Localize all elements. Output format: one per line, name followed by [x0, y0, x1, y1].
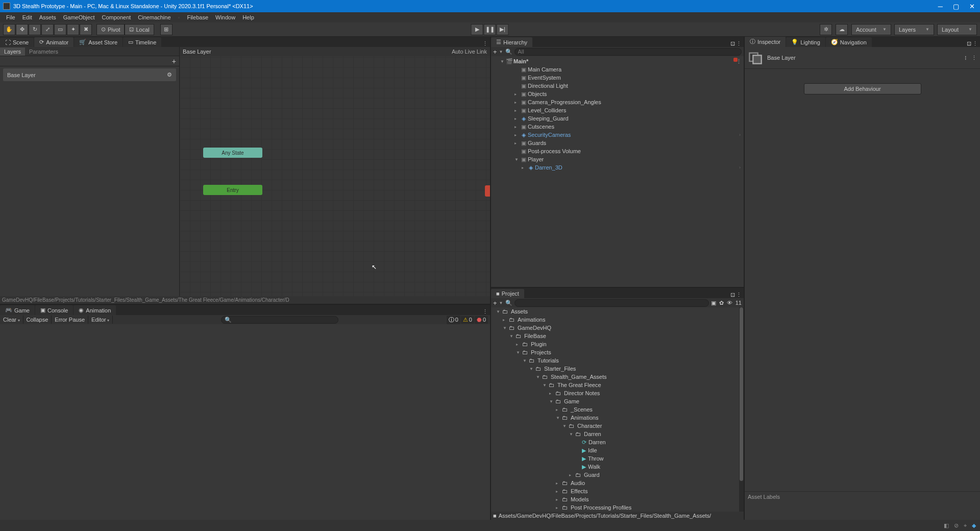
animator-graph[interactable]: Base Layer Auto Live Link Any State Entr…: [180, 47, 490, 296]
add-layer-icon[interactable]: +: [172, 57, 176, 65]
panel-menu-icon[interactable]: ⋮: [482, 308, 488, 315]
account-dropdown[interactable]: Account▼: [851, 24, 891, 35]
tab-animation[interactable]: ◉Animation: [74, 305, 116, 315]
move-tool-icon[interactable]: ✥: [16, 24, 28, 35]
status-icon-3[interactable]: ⌖: [964, 522, 967, 529]
console-search-input[interactable]: [221, 316, 338, 324]
menu-component[interactable]: Component: [99, 13, 134, 21]
tab-timeline[interactable]: ▭Timeline: [123, 37, 161, 47]
hierarchy-item[interactable]: ▣Directional Light: [491, 82, 744, 90]
play-button[interactable]: ▶: [471, 24, 483, 35]
chevron-right-icon[interactable]: ›: [739, 165, 744, 170]
hierarchy-item[interactable]: ▸▣Cutscenes: [491, 123, 744, 131]
transform-tool-icon[interactable]: ✦: [67, 24, 79, 35]
hierarchy-item[interactable]: ▸◈SecurityCameras›: [491, 131, 744, 139]
project-hidden-icon[interactable]: 👁: [727, 300, 732, 306]
project-search-input[interactable]: [514, 299, 709, 307]
panel-lock-icon[interactable]: ⊡: [967, 40, 971, 47]
tab-game[interactable]: 🎮Game: [0, 305, 35, 315]
tab-project[interactable]: ■Project: [491, 289, 524, 298]
custom-tool-icon[interactable]: ✖: [80, 24, 92, 35]
hierarchy-item[interactable]: ▸▣Guards: [491, 139, 744, 147]
gear-icon[interactable]: ⚙: [167, 71, 172, 78]
tab-hierarchy[interactable]: ☰Hierarchy: [491, 37, 532, 47]
project-item[interactable]: ▶Walk: [491, 463, 739, 471]
project-filter-icon[interactable]: ▣: [711, 300, 716, 306]
console-collapse-button[interactable]: Collapse: [23, 316, 52, 324]
project-item[interactable]: ▼🗀Game: [491, 397, 739, 405]
menu-help[interactable]: Help: [239, 13, 257, 21]
panel-menu-icon[interactable]: ⋮: [736, 40, 742, 47]
panel-menu-icon[interactable]: ⋮: [972, 40, 978, 47]
project-item[interactable]: ▸🗀_Scenes: [491, 405, 739, 414]
close-button[interactable]: ✕: [969, 3, 975, 10]
project-tree[interactable]: ▼🗀Assets▸🗀Animations▼🗀GameDevHQ▼🗀FileBas…: [491, 307, 744, 512]
hierarchy-item[interactable]: ▣Post-process Volume: [491, 147, 744, 155]
layers-dropdown[interactable]: Layers▼: [894, 24, 934, 35]
status-icon-2[interactable]: ⊘: [954, 522, 959, 529]
panel-menu-icon[interactable]: ⋮: [482, 40, 488, 47]
project-item[interactable]: ▼🗀Assets: [491, 307, 739, 316]
rect-tool-icon[interactable]: ▭: [54, 24, 66, 35]
step-button[interactable]: ▶|: [497, 24, 509, 35]
console-warn-filter[interactable]: ⚠0: [461, 316, 474, 324]
console-error-filter[interactable]: ⬣0: [475, 316, 488, 324]
project-item[interactable]: ▼🗀Character: [491, 422, 739, 430]
tab-asset-store[interactable]: 🛒Asset Store: [74, 37, 122, 47]
hierarchy-item[interactable]: ▸▣Level_Colliders: [491, 106, 744, 114]
panel-maximize-icon[interactable]: ⊡: [730, 40, 735, 47]
hierarchy-tree[interactable]: ▼ 🎬 Main* ⋮ ▣Main Camera▣EventSystem▣Dir…: [491, 56, 744, 287]
hierarchy-item[interactable]: ▸◈Darren_3D›: [491, 163, 744, 172]
pause-button[interactable]: ❚❚: [484, 24, 496, 35]
status-icon-4[interactable]: ◆: [972, 522, 976, 529]
project-item[interactable]: ▸🗀Animations: [491, 316, 739, 324]
hierarchy-item[interactable]: ▸◈Sleeping_Guard: [491, 114, 744, 123]
hierarchy-item[interactable]: ▸▣Camera_Progression_Angles: [491, 98, 744, 106]
menu-gameobject[interactable]: GameObject: [60, 13, 98, 21]
project-item[interactable]: ⟳Darren: [491, 438, 739, 446]
project-item[interactable]: ▼🗀Stealth_Game_Assets: [491, 373, 739, 381]
tab-scene[interactable]: ⛶Scene: [0, 38, 34, 47]
menu-file[interactable]: File: [3, 13, 18, 21]
hierarchy-item[interactable]: ▣EventSystem: [491, 74, 744, 82]
project-item[interactable]: ▼🗀FileBase: [491, 332, 739, 340]
create-menu-icon[interactable]: +: [493, 299, 497, 307]
cloud-icon[interactable]: ☁: [836, 24, 848, 35]
project-item[interactable]: ▼🗀Darren: [491, 430, 739, 438]
project-item[interactable]: ▼🗀Animations: [491, 414, 739, 422]
tab-animator[interactable]: ⟳Animator: [34, 37, 74, 47]
entry-node[interactable]: Entry: [203, 185, 262, 195]
project-item[interactable]: ▼🗀Tutorials: [491, 356, 739, 365]
auto-live-link[interactable]: Auto Live Link: [452, 49, 487, 55]
inspector-plus-icon[interactable]: ⫶: [964, 55, 967, 61]
graph-breadcrumb[interactable]: Base Layer: [183, 49, 211, 55]
console-clear-button[interactable]: Clear: [0, 316, 23, 324]
scene-name[interactable]: Main*: [513, 58, 528, 64]
menu-edit[interactable]: Edit: [19, 13, 35, 21]
snap-tool-icon[interactable]: ⊞: [160, 24, 173, 35]
animator-parameters-tab[interactable]: Parameters: [25, 47, 62, 56]
project-item[interactable]: ▸🗀Effects: [491, 487, 739, 495]
project-item[interactable]: ▶Throw: [491, 454, 739, 463]
console-info-filter[interactable]: ⓘ0: [447, 316, 460, 324]
create-menu-icon[interactable]: +: [493, 48, 497, 56]
chevron-right-icon[interactable]: ›: [739, 132, 744, 137]
hierarchy-item[interactable]: ▣Main Camera: [491, 65, 744, 74]
console-error-pause-button[interactable]: Error Pause: [52, 316, 88, 324]
project-favorites-icon[interactable]: ✿: [719, 300, 724, 306]
tab-navigation[interactable]: 🧭Navigation: [826, 37, 872, 47]
menu-filebase[interactable]: Filebase: [184, 13, 211, 21]
project-item[interactable]: ▸🗀Guard: [491, 471, 739, 479]
local-toggle[interactable]: ⊡Local: [125, 24, 154, 35]
console-editor-button[interactable]: Editor: [88, 316, 113, 324]
project-item[interactable]: ▸🗀Models: [491, 495, 739, 503]
panel-menu-icon[interactable]: ⋮: [736, 292, 742, 298]
project-item[interactable]: ▼🗀The Great Fleece: [491, 381, 739, 389]
project-item[interactable]: ▸🗀Post Processing Profiles: [491, 503, 739, 512]
menu-assets[interactable]: Assets: [36, 13, 59, 21]
layout-dropdown[interactable]: Layout▼: [937, 24, 977, 35]
menu-window[interactable]: Window: [212, 13, 238, 21]
menu-cinemachine[interactable]: Cinemachine: [135, 13, 174, 21]
status-icon-1[interactable]: ◧: [944, 522, 949, 529]
project-item[interactable]: ▼🗀Starter_Files: [491, 365, 739, 373]
